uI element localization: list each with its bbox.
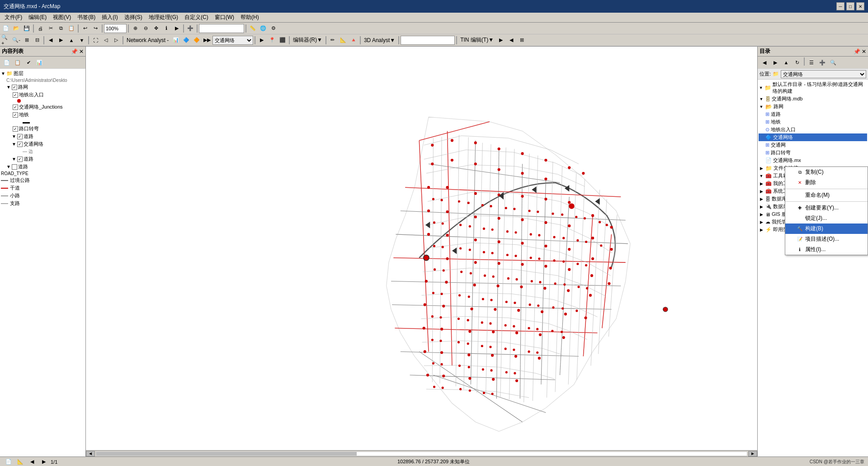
open-button[interactable]: 📂	[11, 24, 21, 33]
catalog-pin-button[interactable]: 📌 ✕	[854, 48, 866, 55]
cat-traffic-net[interactable]: ⊞ 交通网	[759, 141, 867, 149]
search-input[interactable]	[199, 24, 244, 33]
cat-back-btn[interactable]: ◀	[760, 57, 769, 67]
save-button[interactable]: 💾	[22, 24, 32, 33]
layer-traffic-network[interactable]: ▼ 交通网络	[1, 140, 85, 148]
pan-up[interactable]: ▲	[66, 35, 76, 45]
layer-luwang[interactable]: ▼ 路网	[1, 83, 85, 91]
layer-metro[interactable]: 地铁	[1, 111, 85, 119]
traffic-network-checkbox[interactable]	[17, 142, 23, 147]
h-scroll-thumb[interactable]	[96, 452, 357, 456]
measure-button[interactable]: 📏	[248, 24, 258, 33]
ctx-build[interactable]: 🔨 构建(B)	[785, 223, 868, 234]
toc-btn3[interactable]: ✔	[24, 57, 33, 67]
cat-forward-btn[interactable]: ▶	[770, 57, 780, 67]
cat-intersection-turn[interactable]: ⊞ 路口转弯	[759, 149, 867, 157]
globe-button[interactable]: 🌐	[258, 24, 268, 33]
draw-btn2[interactable]: 📐	[338, 35, 348, 45]
na-network-dropdown[interactable]: 交通网络	[212, 36, 253, 45]
pan-down[interactable]: ▼	[77, 35, 87, 45]
location-select[interactable]: 交通网络	[781, 70, 866, 78]
pan-left[interactable]: ◀	[46, 35, 56, 45]
cat-default-workspace[interactable]: ▼ 📁 默认工作目录 - 练习结果示例\道路交通网络的构建	[759, 81, 867, 95]
intersection-checkbox[interactable]	[13, 126, 18, 132]
toc-btn2[interactable]: 📋	[13, 57, 23, 67]
select-button[interactable]: ▶	[172, 24, 182, 33]
settings-button[interactable]: ⚙	[269, 24, 278, 33]
zoom-in-btn[interactable]: 🔍+	[1, 35, 11, 45]
ctx-desc[interactable]: 📝 项目描述(O)...	[785, 234, 868, 244]
zoom-in-button[interactable]: ⊕	[130, 24, 140, 33]
cut-button[interactable]: ✂	[46, 24, 56, 33]
3d-input[interactable]	[401, 36, 455, 45]
redo-button[interactable]: ↪	[90, 24, 100, 33]
scroll-left-btn[interactable]: ◀	[86, 451, 95, 456]
nav-prev[interactable]: ◀	[27, 457, 37, 466]
metro-exit-checkbox[interactable]	[13, 92, 18, 98]
cat-refresh-btn[interactable]: ↻	[792, 57, 802, 67]
minimize-button[interactable]: ─	[836, 2, 844, 10]
menu-window[interactable]: 窗口(W)	[212, 13, 237, 22]
menu-customize[interactable]: 自定义(C)	[182, 13, 211, 22]
toc-pin-button[interactable]: 📌 ✕	[71, 48, 84, 55]
na-btn4[interactable]: ▶▶	[202, 35, 212, 45]
tin-btn1[interactable]: ▶	[496, 35, 506, 45]
fixed-zoom-out[interactable]: ⊟	[32, 35, 42, 45]
toc-btn4[interactable]: 📊	[34, 57, 44, 67]
menu-bookmarks[interactable]: 书签(B)	[75, 13, 98, 22]
menu-geoprocessing[interactable]: 地理处理(G)	[146, 13, 181, 22]
scale-input[interactable]	[104, 24, 127, 33]
scroll-right-btn[interactable]: ▶	[748, 451, 757, 456]
paste-button[interactable]: 📋	[66, 24, 76, 33]
h-scroll-track[interactable]	[96, 452, 747, 456]
tin-btn3[interactable]: ⊞	[517, 35, 527, 45]
map-area[interactable]	[86, 47, 757, 450]
menu-file[interactable]: 文件(F)	[2, 13, 25, 22]
tin-btn2[interactable]: ◀	[506, 35, 516, 45]
na-btn2[interactable]: 🔷	[181, 35, 191, 45]
menu-select[interactable]: 选择(S)	[122, 13, 145, 22]
road2-checkbox[interactable]	[17, 157, 23, 162]
h-scrollbar[interactable]: ◀ ▶	[86, 450, 757, 456]
road-group-checkbox[interactable]	[12, 164, 17, 170]
layer-road2[interactable]: ▼ 道路	[1, 155, 85, 163]
cat-add-btn[interactable]: ➕	[817, 57, 827, 67]
menu-help[interactable]: 帮助(H)	[238, 13, 262, 22]
draw-btn1[interactable]: ✏	[328, 35, 338, 45]
print-button[interactable]: 🖨	[35, 24, 45, 33]
ctx-lock[interactable]: 锁定(J)...	[785, 213, 868, 223]
draw-btn3[interactable]: 🔺	[349, 35, 359, 45]
add-data-button[interactable]: ➕	[185, 24, 195, 33]
cat-traffic-mx[interactable]: 📄 交通网络.mx	[759, 157, 867, 164]
layer-road1[interactable]: ▼ 道路	[1, 133, 85, 140]
ctx-copy[interactable]: ⧉ 复制(C)	[785, 167, 868, 177]
cat-view-btn[interactable]: ☰	[807, 57, 816, 67]
menu-edit[interactable]: 编辑(E)	[26, 13, 49, 22]
road1-checkbox[interactable]	[17, 134, 23, 139]
full-extent-btn[interactable]: ⛶	[90, 35, 100, 45]
cat-traffic-mdb[interactable]: ▼ 🗄 交通网络.mdb	[759, 95, 867, 103]
prev-extent-btn[interactable]: ◁	[101, 35, 111, 45]
layer-intersection[interactable]: 路口转弯	[1, 125, 85, 133]
layer-metro-exit[interactable]: 地铁出入口	[1, 91, 85, 99]
junctions-checkbox[interactable]	[13, 105, 18, 110]
copy-button[interactable]: ⧉	[56, 24, 66, 33]
next-extent-btn[interactable]: ▷	[111, 35, 121, 45]
na-barrier[interactable]: ⬛	[278, 35, 288, 45]
ctx-create[interactable]: ✚ 创建要素(Y)...	[785, 203, 868, 213]
close-button[interactable]: ✕	[856, 2, 864, 10]
pan-right[interactable]: ▶	[56, 35, 66, 45]
layer-group-root[interactable]: ▼ 📁 图层	[1, 70, 85, 77]
na-add-stop[interactable]: 📍	[267, 35, 277, 45]
nav-data-view[interactable]: 📄	[4, 457, 14, 466]
nav-layout-view[interactable]: 📐	[15, 457, 25, 466]
cat-up-btn[interactable]: ▲	[781, 57, 791, 67]
cat-metro-feature[interactable]: ⊞ 地铁	[759, 118, 867, 126]
layer-road-group[interactable]: ▼ 道路	[1, 163, 85, 171]
cat-traffic-network-feature[interactable]: 🔷 交通网络	[759, 133, 867, 141]
metro-checkbox[interactable]	[13, 112, 18, 118]
ctx-properties[interactable]: ℹ 属性(I)...	[785, 244, 868, 255]
cat-road-feature[interactable]: ⊞ 道路	[759, 110, 867, 118]
na-solve-btn[interactable]: ▶	[257, 35, 267, 45]
toc-btn1[interactable]: 📄	[2, 57, 12, 67]
